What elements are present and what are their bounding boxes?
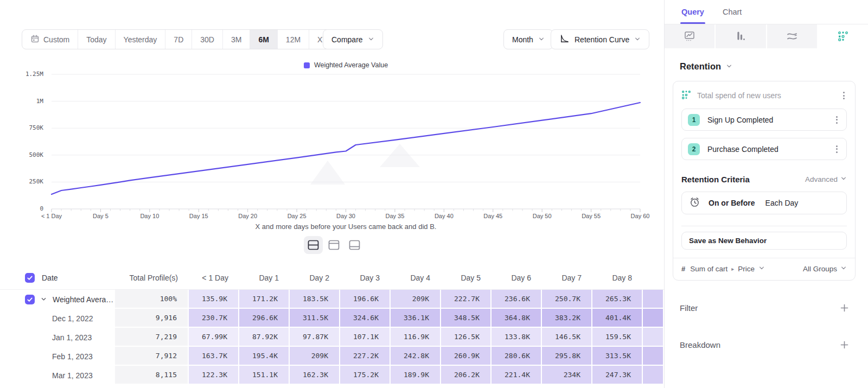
retention-value-cell[interactable]: 209K xyxy=(290,347,340,366)
retention-value-cell[interactable]: 171.2K xyxy=(239,290,290,309)
timing-condition[interactable]: On or Before xyxy=(709,199,755,207)
retention-value-cell[interactable]: 67.99K xyxy=(189,328,239,347)
retention-value-cell[interactable]: 162.3K xyxy=(290,366,340,385)
retention-grid-icon[interactable] xyxy=(818,24,868,48)
range-custom[interactable]: Custom xyxy=(22,30,78,49)
retention-value-cell[interactable]: 209K xyxy=(391,290,441,309)
retention-value-cell[interactable]: 195.4K xyxy=(239,347,290,366)
bar-chart-icon[interactable] xyxy=(716,24,767,48)
retention-value-cell[interactable]: 336.1K xyxy=(391,309,441,328)
behavior-step[interactable]: 1Sign Up Completed xyxy=(681,109,847,131)
column-header[interactable]: Day 3 xyxy=(340,266,391,289)
section-title[interactable]: Retention xyxy=(680,61,856,72)
column-header[interactable]: Day 7 xyxy=(542,266,592,289)
retention-value-cell[interactable]: 311.5K xyxy=(290,309,340,328)
flow-icon[interactable] xyxy=(767,24,818,48)
chevron-down-icon xyxy=(368,35,374,44)
retention-value-cell[interactable]: 296.6K xyxy=(239,309,290,328)
retention-value-cell[interactable]: 247.3K xyxy=(592,366,643,385)
retention-value-cell[interactable]: 227.2K xyxy=(340,347,391,366)
retention-value-cell[interactable]: 206.2K xyxy=(441,366,492,385)
retention-value-cell[interactable]: 313.5K xyxy=(592,347,643,366)
range-30d[interactable]: 30D xyxy=(192,30,223,49)
row-label-cell[interactable]: Dec 1, 2022 xyxy=(0,309,115,328)
column-header[interactable]: Day 1 xyxy=(239,266,290,289)
column-header[interactable]: Total Profile(s) xyxy=(115,266,189,289)
row-expand-chevron-icon[interactable] xyxy=(41,296,47,302)
retention-value-cell[interactable]: 260.9K xyxy=(441,347,492,366)
range-yesterday[interactable]: Yesterday xyxy=(116,30,166,49)
retention-value-cell[interactable]: 87.92K xyxy=(239,328,290,347)
retention-value-cell[interactable]: 133.8K xyxy=(492,328,542,347)
retention-value-cell[interactable]: 364.8K xyxy=(492,309,542,328)
column-header[interactable]: Day 8 xyxy=(592,266,643,289)
view-toggle-chart[interactable] xyxy=(324,236,343,254)
retention-value-cell[interactable]: 163.7K xyxy=(189,347,239,366)
retention-value-cell[interactable]: 295.8K xyxy=(542,347,592,366)
retention-value-cell[interactable]: 280.6K xyxy=(492,347,542,366)
retention-value-cell[interactable]: 189.9K xyxy=(391,366,441,385)
timing-unit[interactable]: Each Day xyxy=(765,199,799,207)
column-header[interactable]: Day 4 xyxy=(391,266,441,289)
view-toggle-split[interactable] xyxy=(304,236,323,254)
insights-chart-icon[interactable] xyxy=(665,24,716,48)
add-breakdown-button[interactable] xyxy=(840,341,848,349)
kebab-menu-icon[interactable] xyxy=(841,90,847,101)
retention-value-cell[interactable]: 222.7K xyxy=(441,290,492,309)
row-label-cell[interactable]: Mar 1, 2023 xyxy=(0,366,115,385)
retention-value-cell[interactable]: 122.3K xyxy=(189,366,239,385)
range-7d[interactable]: 7D xyxy=(165,30,192,49)
view-toggle-table[interactable] xyxy=(345,236,364,254)
range-6m[interactable]: 6M xyxy=(250,30,277,49)
row-label-cell[interactable]: Feb 1, 2023 xyxy=(0,347,115,366)
add-filter-button[interactable] xyxy=(840,304,848,312)
save-as-new-behavior-button[interactable]: Save as New Behavior xyxy=(681,232,847,250)
retention-value-cell[interactable]: 230.7K xyxy=(189,309,239,328)
retention-value-cell[interactable]: 236.6K xyxy=(492,290,542,309)
retention-value-cell[interactable]: 116.9K xyxy=(391,328,441,347)
timing-row[interactable]: On or Before Each Day xyxy=(681,192,847,214)
range-today[interactable]: Today xyxy=(78,30,115,49)
granularity-button[interactable]: Month xyxy=(503,29,553,49)
column-header[interactable]: < 1 Day xyxy=(189,266,239,289)
retention-value-cell[interactable]: 135.9K xyxy=(189,290,239,309)
range-12m[interactable]: 12M xyxy=(278,30,309,49)
column-header[interactable]: Day 2 xyxy=(290,266,340,289)
column-header-date[interactable]: Date xyxy=(0,266,115,289)
retention-value-cell[interactable]: 383.2K xyxy=(542,309,592,328)
retention-value-cell[interactable]: 107.1K xyxy=(340,328,391,347)
retention-value-cell[interactable]: 97.87K xyxy=(290,328,340,347)
row-checkbox[interactable] xyxy=(25,295,35,304)
column-header[interactable]: Day 6 xyxy=(492,266,542,289)
retention-value-cell[interactable]: 221.4K xyxy=(492,366,542,385)
measure-dropdown[interactable]: Sum of cart ▸ Price xyxy=(690,265,765,273)
retention-value-cell[interactable]: 265.3K xyxy=(592,290,643,309)
row-label-cell[interactable]: Jan 1, 2023 xyxy=(0,328,115,347)
retention-value-cell[interactable]: 151.1K xyxy=(239,366,290,385)
retention-value-cell[interactable]: 242.8K xyxy=(391,347,441,366)
retention-value-cell[interactable]: 401.4K xyxy=(592,309,643,328)
retention-value-cell[interactable]: 126.5K xyxy=(441,328,492,347)
retention-value-cell[interactable]: 183.5K xyxy=(290,290,340,309)
retention-value-cell[interactable]: 324.6K xyxy=(340,309,391,328)
kebab-menu-icon[interactable] xyxy=(834,114,840,126)
retention-value-cell[interactable]: 159.5K xyxy=(592,328,643,347)
retention-value-cell[interactable]: 348.5K xyxy=(441,309,492,328)
tab-query[interactable]: Query xyxy=(681,8,704,16)
chart-view-button[interactable]: Retention Curve xyxy=(551,29,649,49)
range-3m[interactable]: 3M xyxy=(223,30,250,49)
compare-button[interactable]: Compare xyxy=(323,29,383,49)
retention-value-cell[interactable]: 234K xyxy=(542,366,592,385)
retention-value-cell[interactable]: 175.2K xyxy=(340,366,391,385)
criteria-mode-dropdown[interactable]: Advanced xyxy=(805,175,847,183)
groups-dropdown[interactable]: All Groups xyxy=(803,265,847,273)
select-all-checkbox[interactable] xyxy=(25,273,35,283)
retention-value-cell[interactable]: 196.6K xyxy=(340,290,391,309)
behavior-step[interactable]: 2Purchase Completed xyxy=(681,138,847,160)
kebab-menu-icon[interactable] xyxy=(834,143,840,155)
row-label-cell[interactable]: Weighted Average ... xyxy=(0,290,115,309)
retention-value-cell[interactable]: 146.5K xyxy=(542,328,592,347)
column-header[interactable]: Day 5 xyxy=(441,266,492,289)
tab-chart[interactable]: Chart xyxy=(723,8,742,16)
retention-value-cell[interactable]: 250.7K xyxy=(542,290,592,309)
